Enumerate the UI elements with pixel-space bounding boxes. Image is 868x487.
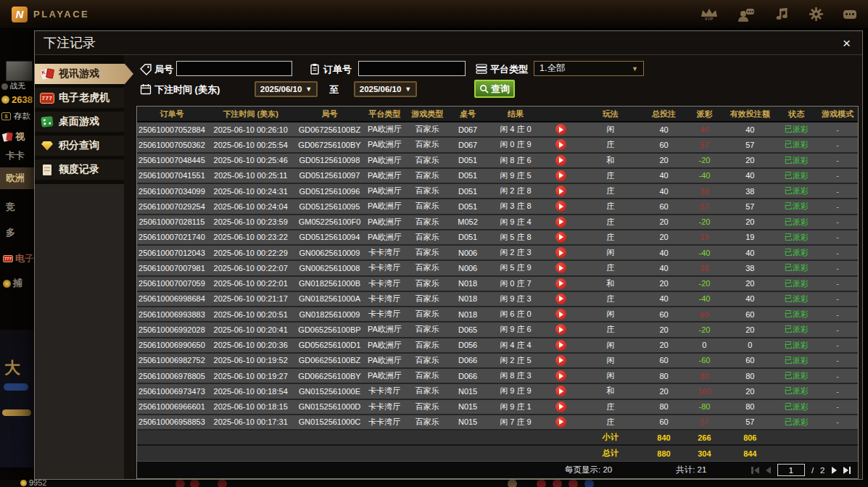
cell-status: 已派彩	[775, 415, 817, 429]
calendar-icon	[140, 83, 152, 95]
cell-bet: 20	[644, 154, 685, 167]
play-video-button[interactable]	[555, 294, 566, 304]
cell-result: 闲 7 庄 9	[486, 415, 545, 429]
cell-game: 百家乐	[405, 415, 450, 429]
cell-result: 闲 5 庄 9	[486, 261, 545, 275]
music-icon[interactable]	[774, 7, 789, 22]
round-input[interactable]	[176, 61, 292, 76]
play-video-button[interactable]	[555, 355, 566, 366]
settings-icon[interactable]	[809, 7, 824, 22]
cell-bet_type: 和	[577, 154, 644, 167]
cell-valid: 57	[724, 415, 775, 429]
first-page-icon[interactable]	[751, 467, 759, 474]
page-number-input[interactable]: 1	[777, 464, 805, 476]
play-video-button[interactable]	[555, 340, 566, 351]
cell-result: 闲 9 庄 9	[486, 384, 545, 398]
order-input[interactable]	[358, 61, 466, 76]
platform-type-label: 平台类型	[490, 63, 528, 76]
cell-status: 已派彩	[775, 384, 817, 398]
messages-icon[interactable]	[737, 7, 755, 22]
play-video-button[interactable]	[555, 139, 566, 150]
sidebar-item-4[interactable]: 额度记录	[35, 159, 124, 180]
sidebar-item-3[interactable]: 积分查询	[35, 136, 124, 156]
cell-order: 250610007012043	[137, 246, 207, 259]
table-row: 2506100070120432025-06-10 00:22:29GN0062…	[137, 246, 858, 261]
replay-cell	[545, 230, 577, 244]
play-video-button[interactable]	[555, 370, 566, 381]
date-to-picker[interactable]: 2025/06/10 ▼	[354, 81, 417, 97]
replay-cell	[545, 354, 577, 367]
prev-page-icon[interactable]	[766, 467, 771, 474]
sidebar-item-2[interactable]: 桌面游戏	[35, 112, 124, 132]
quota-document-icon	[40, 165, 54, 175]
replay-cell	[545, 261, 577, 275]
play-video-button[interactable]	[555, 417, 566, 428]
pagination-bar: 每页显示: 20 共计: 21 1 / 2	[137, 461, 858, 478]
bg-tab-video: 视	[3, 130, 25, 143]
cell-game: 百家乐	[405, 230, 450, 244]
sidebar-item-1[interactable]: 777电子老虎机	[35, 88, 124, 108]
cell-valid: 19	[724, 230, 775, 244]
sidebar-item-0[interactable]: K视讯游戏	[35, 64, 133, 84]
search-button[interactable]: 查询	[474, 80, 515, 98]
play-video-button[interactable]	[555, 386, 566, 396]
cell-time: 2025-06-10 00:17:31	[207, 415, 295, 429]
play-video-button[interactable]	[555, 170, 566, 181]
empty-cell	[137, 430, 207, 444]
date-from-value: 2025/06/10	[260, 85, 302, 93]
cell-table_no: N015	[450, 384, 486, 398]
cell-time: 2025-06-10 00:19:27	[207, 369, 295, 383]
cell-payout: -60	[684, 354, 724, 367]
next-page-icon[interactable]	[832, 467, 837, 474]
play-video-button[interactable]	[555, 201, 566, 212]
cell-order: 250610006993883	[137, 307, 207, 321]
cell-bet: 80	[644, 400, 685, 414]
replay-cell	[545, 322, 577, 336]
play-video-button[interactable]	[555, 232, 566, 243]
cell-result: 闲 9 庄 5	[486, 169, 545, 183]
bet-time-label: 下注时间 (美东)	[154, 83, 220, 96]
empty-cell	[405, 430, 450, 444]
last-page-icon[interactable]	[843, 467, 851, 474]
cell-result: 闲 8 庄 6	[486, 154, 545, 167]
sidebar-item-label: 视讯游戏	[59, 67, 99, 80]
cell-table_no: D056	[450, 338, 486, 352]
cell-game: 百家乐	[405, 138, 450, 151]
play-video-button[interactable]	[555, 186, 566, 196]
close-icon[interactable]: ×	[843, 36, 851, 50]
play-video-button[interactable]	[555, 217, 566, 228]
cell-time: 2025-06-10 00:18:15	[207, 400, 295, 414]
cell-table_no: D051	[450, 184, 486, 198]
cell-payout: -40	[684, 292, 724, 306]
cell-status: 已派彩	[775, 184, 817, 198]
cell-status: 已派彩	[775, 277, 817, 291]
play-video-button[interactable]	[555, 401, 566, 412]
cell-bet_type: 闲	[577, 338, 644, 352]
total-pages-label: 2	[820, 466, 824, 475]
empty-cell	[545, 446, 577, 461]
filters: 局号 订单号 平台类型 1.全部 ▼ 下注时间 (美东) 2025/06/10 …	[136, 55, 859, 106]
platform-type-select[interactable]: 1.全部 ▼	[534, 61, 644, 76]
play-video-button[interactable]	[555, 309, 566, 320]
play-video-button[interactable]	[555, 324, 566, 335]
balance: 2638	[1, 94, 33, 105]
vip-icon[interactable]: VIP	[700, 8, 718, 21]
modal-title: 下注记录	[44, 34, 96, 51]
cell-time: 2025-06-10 00:24:04	[207, 199, 295, 213]
play-video-button[interactable]	[555, 155, 566, 166]
cell-bet: 20	[644, 322, 685, 336]
play-video-button[interactable]	[555, 124, 566, 135]
modal-menu: K视讯游戏777电子老虎机桌面游戏积分查询额度记录	[35, 64, 124, 180]
bg-nav-slots: 777电子	[3, 252, 34, 265]
cell-payout: -20	[684, 154, 724, 167]
play-video-button[interactable]	[555, 262, 566, 273]
table-row: 2506100070217402025-06-10 00:23:22GD0512…	[137, 230, 858, 246]
chat-icon[interactable]	[843, 10, 856, 19]
date-from-picker[interactable]: 2025/06/10 ▼	[255, 81, 318, 97]
cell-round: GD067256100BZ	[295, 122, 365, 136]
cell-payout: -20	[684, 322, 724, 336]
play-video-button[interactable]	[555, 278, 566, 289]
play-video-button[interactable]	[555, 247, 566, 258]
empty-cell	[295, 446, 365, 461]
poster-blue-banner	[4, 383, 28, 391]
